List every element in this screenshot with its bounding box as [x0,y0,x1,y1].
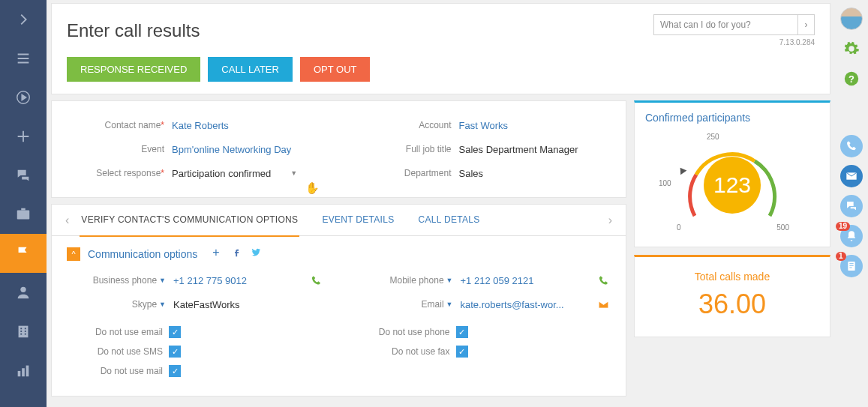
checkbox-dnp[interactable]: ✓ [456,326,468,338]
note-panel-icon[interactable]: 1 [840,255,863,277]
label-skype[interactable]: Skype▼ [67,299,169,310]
add-comm-icon[interactable]: + [212,247,224,258]
note-badge: 1 [836,252,846,261]
input-department[interactable] [459,168,611,179]
tab-call-details[interactable]: CALL DETALS [417,204,482,236]
checkbox-dns[interactable]: ✓ [169,346,181,358]
opt-out-button[interactable]: OPT OUT [300,57,371,82]
call-later-button[interactable]: CALL LATER [208,57,293,82]
svg-rect-17 [848,262,854,271]
gauge-value: 123 [704,157,761,214]
search-go-icon[interactable]: › [797,15,814,34]
label-event: Event [67,144,172,154]
nav-menu[interactable] [0,39,47,78]
label-department: Department [354,168,459,178]
nav-expand[interactable] [0,0,47,39]
gauge-title: Confirmed participants [645,112,819,124]
select-response-dropdown[interactable]: Participation confirmed ▼ ✋ [172,168,324,179]
label-email[interactable]: Email▼ [354,299,456,310]
collapse-toggle[interactable]: ^ [67,247,80,261]
section-title-comm: Communication options [88,248,197,260]
chat-panel-icon[interactable] [840,195,863,217]
select-response-value: Participation confirmed [172,168,271,179]
global-search[interactable]: What can I do for you? › [653,14,815,35]
svg-rect-4 [19,326,29,338]
label-select-response: Select response* [67,168,172,178]
page-title: Enter call results [67,20,653,41]
left-nav [0,0,47,407]
input-full-job-title[interactable] [459,144,611,155]
gear-icon[interactable] [840,37,863,60]
svg-rect-12 [22,368,25,376]
label-full-job-title: Full job title [354,144,459,154]
value-mobile-phone[interactable]: +1 212 059 2121 [456,275,596,286]
facebook-icon[interactable] [231,247,242,261]
checkbox-dnm[interactable]: ✓ [169,365,181,377]
checkbox-dnf[interactable]: ✓ [456,346,468,358]
widget-confirmed-participants: Confirmed participants 123 100 250 0 500 [634,100,830,247]
help-icon[interactable]: ? [840,67,863,90]
label-contact-name: Contact name* [67,120,172,130]
call-result-form: Contact name* Kate Roberts Event Bpm'onl… [51,100,626,198]
value-contact-name[interactable]: Kate Roberts [172,120,324,131]
tabs-prev-icon[interactable]: ‹ [59,214,75,227]
svg-rect-6 [25,328,26,329]
value-account[interactable]: Fast Works [459,120,611,131]
value-email[interactable]: kate.roberts@fast-wor... [456,299,596,310]
main-area: Enter call results What can I do for you… [47,0,835,407]
gauge-tick-500: 500 [776,223,789,232]
bell-panel-icon[interactable]: 19 [840,225,863,247]
svg-rect-10 [25,334,26,335]
svg-point-3 [20,287,26,292]
tab-event-details[interactable]: EVENT DETAILS [320,204,395,236]
phone-icon[interactable] [309,275,324,286]
label-dnp: Do not use phone [354,327,456,337]
svg-rect-9 [20,334,22,335]
svg-rect-7 [20,331,22,332]
nav-flag[interactable] [0,234,47,273]
nav-analytics[interactable] [0,351,47,390]
label-account: Account [354,120,459,130]
svg-rect-11 [18,371,21,376]
tabs-next-icon[interactable]: › [602,214,618,227]
header-panel: Enter call results What can I do for you… [51,3,830,94]
nav-user[interactable] [0,273,47,312]
svg-text:?: ? [848,73,854,85]
twitter-icon[interactable] [250,247,261,261]
nav-play[interactable] [0,78,47,117]
response-received-button[interactable]: RESPONSE RECEIVED [67,57,200,82]
chevron-down-icon: ▼ [290,169,297,177]
user-avatar[interactable] [840,7,863,30]
gauge-tick-250: 250 [707,133,719,141]
total-calls-title: Total calls made [645,271,819,283]
value-event[interactable]: Bpm'online Networking Day [172,144,324,155]
nav-idcard[interactable] [0,195,47,234]
label-dnf: Do not use fax [354,346,456,357]
nav-building[interactable] [0,312,47,351]
mail-icon[interactable] [596,299,611,310]
gauge-tick-0: 0 [677,223,681,232]
mail-panel-icon[interactable] [840,165,863,187]
checkbox-dne[interactable]: ✓ [169,326,181,338]
version-label: 7.13.0.284 [653,38,815,46]
cursor-icon: ✋ [305,181,320,195]
label-dne: Do not use email [67,327,169,337]
label-business-phone[interactable]: Business phone▼ [67,275,169,286]
svg-rect-8 [25,331,26,332]
label-mobile-phone[interactable]: Mobile phone▼ [354,275,456,286]
value-skype[interactable]: KateFastWorks [169,299,309,310]
svg-rect-13 [26,366,29,377]
total-calls-value: 36.00 [645,289,819,320]
nav-add[interactable] [0,117,47,156]
label-dns: Do not use SMS [67,346,169,357]
tab-verify-communication[interactable]: VERIFY CONTACT'S COMMUNICATION OPTIONS [80,204,299,237]
svg-rect-2 [21,208,26,211]
right-toolbar: ? 19 1 [835,0,868,277]
phone-icon[interactable] [596,275,611,286]
phone-panel-icon[interactable] [840,135,863,157]
nav-chats[interactable] [0,156,47,195]
svg-rect-1 [17,211,30,220]
search-placeholder: What can I do for you? [654,19,797,30]
value-business-phone[interactable]: +1 212 775 9012 [169,275,309,286]
tabs-card: ‹ VERIFY CONTACT'S COMMUNICATION OPTIONS… [51,204,626,397]
